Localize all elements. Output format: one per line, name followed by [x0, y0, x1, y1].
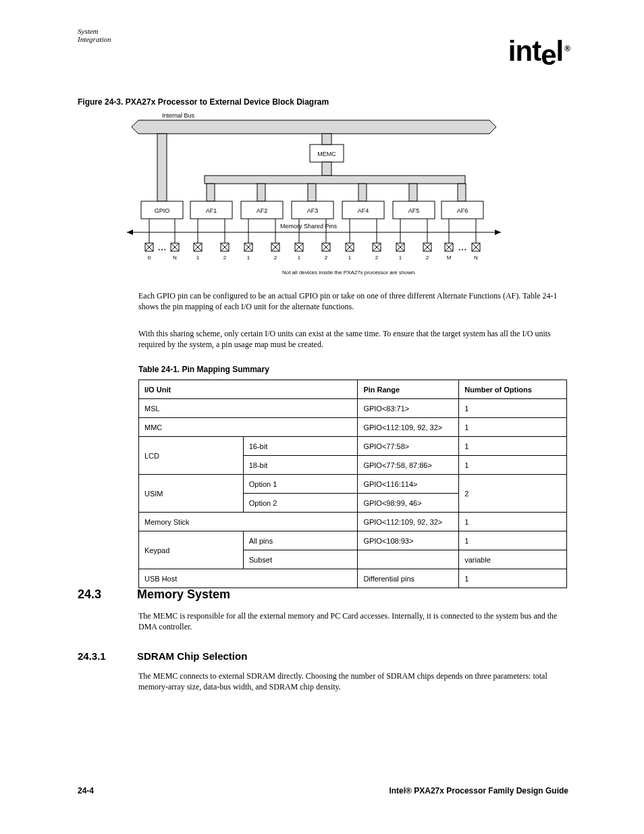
table-row: MMCGPIO<112:109, 92, 32>1 — [139, 418, 567, 437]
body-paragraph: Each GPIO pin can be configured to be an… — [138, 290, 567, 312]
bus-label: Internal Bus — [162, 112, 195, 119]
header-section-label: System Integration — [78, 27, 130, 43]
svg-text:1: 1 — [399, 255, 402, 261]
body-paragraph: With this sharing scheme, only certain I… — [138, 328, 567, 350]
svg-rect-3 — [322, 134, 331, 145]
svg-text:2: 2 — [274, 255, 277, 261]
section-heading: 24.3Memory System — [78, 588, 230, 602]
svg-text:1: 1 — [298, 255, 301, 261]
svg-text:2: 2 — [426, 255, 429, 261]
svg-text:AF3: AF3 — [307, 207, 319, 214]
page-number: 24-4 — [78, 786, 94, 796]
pin-mapping-table: I/O Unit Pin Range Number of Options MSL… — [138, 380, 567, 588]
subsection-heading: 24.3.1SDRAM Chip Selection — [78, 650, 247, 662]
table-row: Memory StickGPIO<112:109, 92, 32>1 — [139, 513, 567, 531]
svg-text:AF6: AF6 — [457, 207, 468, 214]
svg-text:AF1: AF1 — [206, 207, 217, 214]
svg-rect-8 — [308, 184, 316, 201]
svg-text:N: N — [173, 255, 177, 261]
table-title: Table 24-1. Pin Mapping Summary — [138, 365, 269, 374]
svg-rect-10 — [409, 184, 417, 201]
logo-part: int — [508, 35, 541, 67]
block-diagram: Internal Bus MEMC GPIO AF1 — [125, 111, 503, 273]
svg-text:2: 2 — [223, 255, 227, 261]
table-row: LCD16-bitGPIO<77:58>1 — [139, 437, 567, 456]
body-paragraph: The MEMC connects to external SDRAM dire… — [138, 671, 567, 692]
svg-marker-27 — [127, 230, 133, 235]
svg-text:1: 1 — [196, 255, 200, 261]
svg-rect-4 — [322, 162, 331, 176]
svg-marker-28 — [495, 230, 501, 235]
table-row: USIMOption 1GPIO<116:114>2 — [139, 475, 567, 494]
block-row: GPIO AF1 AF2 AF3 AF4 AF5 AF6 — [141, 201, 483, 219]
svg-marker-0 — [132, 120, 496, 134]
table-header: Pin Range — [358, 380, 459, 399]
svg-text:1: 1 — [247, 255, 250, 261]
registered-icon: ® — [564, 44, 570, 53]
svg-text:AF4: AF4 — [358, 207, 369, 214]
body-paragraph: The MEMC is responsible for all the exte… — [138, 610, 567, 632]
svg-text:AF2: AF2 — [257, 207, 268, 214]
svg-text:M: M — [447, 255, 452, 261]
pins-bus-label: Memory Shared Pins — [280, 223, 338, 230]
table-header: I/O Unit — [139, 380, 358, 399]
logo-part: e — [541, 39, 556, 71]
table-row: MSLGPIO<83:71>1 — [139, 399, 567, 418]
svg-text:2: 2 — [325, 255, 328, 261]
svg-text:. . .: . . . — [158, 245, 165, 251]
table-row: USB HostDifferential pins1 — [139, 569, 567, 588]
figure-title: Figure 24-3. PXA27x Processor to Externa… — [78, 97, 329, 107]
svg-rect-1 — [157, 134, 167, 201]
table-row: KeypadAll pinsGPIO<108:93>1 — [139, 531, 567, 550]
figure-note: Not all devices inside the PXA27x proces… — [282, 269, 416, 276]
svg-rect-11 — [458, 184, 466, 201]
table-header: Number of Options — [459, 380, 567, 399]
footer-book-title: Intel® PXA27x Processor Family Design Gu… — [389, 786, 568, 796]
svg-rect-6 — [207, 184, 215, 201]
memc-block-label: MEMC — [317, 151, 336, 157]
svg-text:AF5: AF5 — [408, 207, 420, 214]
heading-number: 24.3 — [78, 588, 137, 602]
svg-text:GPIO: GPIO — [155, 207, 170, 214]
svg-text:1: 1 — [348, 255, 352, 261]
svg-rect-7 — [257, 184, 265, 201]
heading-number: 24.3.1 — [78, 650, 137, 662]
brand-logo: intel® — [508, 35, 568, 68]
svg-text:0: 0 — [148, 255, 151, 261]
heading-text: SDRAM Chip Selection — [137, 650, 247, 662]
logo-part: l — [556, 35, 563, 67]
svg-text:N: N — [474, 255, 478, 261]
svg-rect-5 — [205, 176, 465, 184]
svg-text:2: 2 — [375, 255, 379, 261]
pin-icon — [145, 243, 153, 251]
svg-rect-9 — [358, 184, 367, 201]
svg-text:. . .: . . . — [458, 245, 466, 251]
heading-text: Memory System — [137, 588, 230, 601]
